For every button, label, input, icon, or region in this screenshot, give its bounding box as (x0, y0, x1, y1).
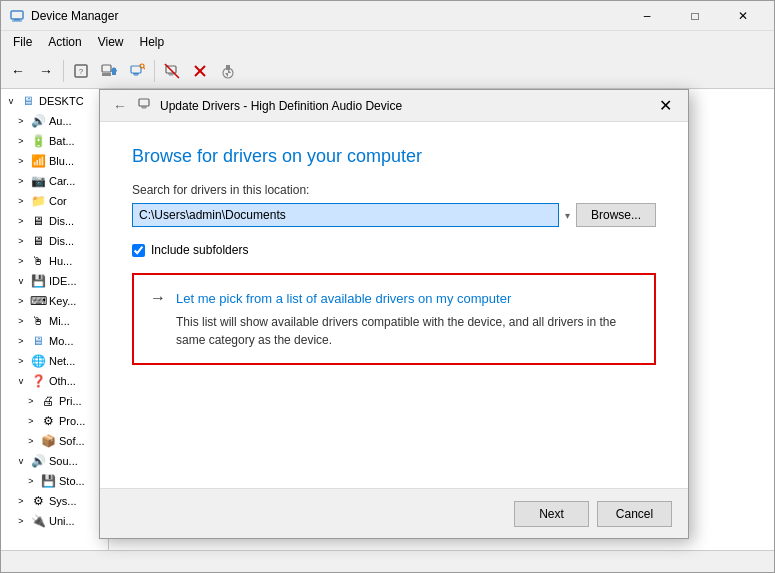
menu-file[interactable]: File (5, 33, 40, 51)
title-bar: Device Manager – □ ✕ (1, 1, 774, 31)
svg-rect-23 (139, 99, 149, 106)
search-label: Search for drivers in this location: (132, 183, 656, 197)
display2-icon: 🖥 (30, 233, 46, 249)
svg-text:?: ? (79, 67, 84, 76)
display1-expand: > (15, 215, 27, 227)
dialog-title-bar: ← Update Drivers - High Definition Audio… (100, 90, 688, 122)
tree-item-audio[interactable]: > 🔊 Au... (1, 111, 108, 131)
tree-item-bluetooth[interactable]: > 📶 Blu... (1, 151, 108, 171)
ide-expand: v (15, 275, 27, 287)
tree-item-print[interactable]: > 🖨 Pri... (1, 391, 108, 411)
sys-label: Sys... (49, 495, 77, 507)
camera-icon: 📷 (30, 173, 46, 189)
battery-icon: 🔋 (30, 133, 46, 149)
tree-item-sound[interactable]: v 🔊 Sou... (1, 451, 108, 471)
uni-icon: 🔌 (30, 513, 46, 529)
menu-view[interactable]: View (90, 33, 132, 51)
tree-item-display2[interactable]: > 🖥 Dis... (1, 231, 108, 251)
update-drivers-dialog: ← Update Drivers - High Definition Audio… (99, 89, 689, 539)
keyboard-expand: > (15, 295, 27, 307)
bluetooth-label: Blu... (49, 155, 74, 167)
dialog-back-button[interactable]: ← (108, 94, 132, 118)
menu-action[interactable]: Action (40, 33, 89, 51)
svg-rect-5 (102, 65, 111, 72)
tree-item-display1[interactable]: > 🖥 Dis... (1, 211, 108, 231)
add-driver-button[interactable] (215, 58, 241, 84)
path-input[interactable] (132, 203, 559, 227)
battery-label: Bat... (49, 135, 75, 147)
scan-button[interactable] (124, 58, 150, 84)
tree-item-network[interactable]: > 🌐 Net... (1, 351, 108, 371)
network-expand: > (15, 355, 27, 367)
keyboard-label: Key... (49, 295, 76, 307)
minimize-button[interactable]: – (624, 1, 670, 31)
tree-item-sys[interactable]: > ⚙ Sys... (1, 491, 108, 511)
tree-item-mice[interactable]: > 🖱 Mi... (1, 311, 108, 331)
update-driver-button[interactable] (96, 58, 122, 84)
svg-rect-2 (12, 20, 22, 21)
app-icon (9, 8, 25, 24)
sys-icon: ⚙ (30, 493, 46, 509)
mice-expand: > (15, 315, 27, 327)
soft-label: Sof... (59, 435, 85, 447)
maximize-button[interactable]: □ (672, 1, 718, 31)
back-button[interactable]: ← (5, 58, 31, 84)
search-location-section: Search for drivers in this location: ▾ B… (132, 183, 656, 227)
disable-button[interactable] (159, 58, 185, 84)
tree-root[interactable]: v 🖥 DESKTC (1, 91, 108, 111)
network-label: Net... (49, 355, 75, 367)
status-bar (1, 550, 774, 572)
tree-item-other[interactable]: v ❓ Oth... (1, 371, 108, 391)
menu-help[interactable]: Help (132, 33, 173, 51)
print-label: Pri... (59, 395, 82, 407)
toolbar-separator-2 (154, 60, 155, 82)
subfolders-checkbox[interactable] (132, 244, 145, 257)
tree-item-cor[interactable]: > 📁 Cor (1, 191, 108, 211)
ide-icon: 💾 (30, 273, 46, 289)
display2-label: Dis... (49, 235, 74, 247)
svg-rect-10 (133, 73, 139, 75)
svg-rect-1 (14, 19, 20, 21)
pick-option-desc: This list will show available drivers co… (150, 313, 638, 349)
forward-button[interactable]: → (33, 58, 59, 84)
tree-item-uni[interactable]: > 🔌 Uni... (1, 511, 108, 531)
tree-item-battery[interactable]: > 🔋 Bat... (1, 131, 108, 151)
tree-item-proc[interactable]: > ⚙ Pro... (1, 411, 108, 431)
tree-item-ide[interactable]: v 💾 IDE... (1, 271, 108, 291)
display1-label: Dis... (49, 215, 74, 227)
computer-icon: 🖥 (20, 93, 36, 109)
cancel-button[interactable]: Cancel (597, 501, 672, 527)
tree-item-storage[interactable]: > 💾 Sto... (1, 471, 108, 491)
cor-label: Cor (49, 195, 67, 207)
next-button[interactable]: Next (514, 501, 589, 527)
properties-button[interactable]: ? (68, 58, 94, 84)
browse-button[interactable]: Browse... (576, 203, 656, 227)
tree-item-camera[interactable]: > 📷 Car... (1, 171, 108, 191)
other-label: Oth... (49, 375, 76, 387)
sys-expand: > (15, 495, 27, 507)
svg-rect-16 (169, 74, 173, 75)
proc-label: Pro... (59, 415, 85, 427)
camera-label: Car... (49, 175, 75, 187)
pick-arrow-icon: → (150, 289, 166, 307)
dialog-title-text: Update Drivers - High Definition Audio D… (160, 99, 650, 113)
tree-item-keyboard[interactable]: > ⌨ Key... (1, 291, 108, 311)
tree-item-hid[interactable]: > 🖱 Hu... (1, 251, 108, 271)
display2-expand: > (15, 235, 27, 247)
cor-icon: 📁 (30, 193, 46, 209)
menu-bar: File Action View Help (1, 31, 774, 53)
audio-label: Au... (49, 115, 72, 127)
battery-expand: > (15, 135, 27, 147)
pick-from-list-option[interactable]: → Let me pick from a list of available d… (132, 273, 656, 365)
tree-item-soft[interactable]: > 📦 Sof... (1, 431, 108, 451)
dialog-close-button[interactable]: ✕ (650, 91, 680, 121)
hid-label: Hu... (49, 255, 72, 267)
svg-rect-15 (168, 73, 174, 75)
tree-item-monitor[interactable]: > 🖥 Mo... (1, 331, 108, 351)
subfolders-label[interactable]: Include subfolders (151, 243, 248, 257)
soft-icon: 📦 (40, 433, 56, 449)
uninstall-button[interactable] (187, 58, 213, 84)
subfolders-row: Include subfolders (132, 243, 656, 257)
storage-icon: 💾 (40, 473, 56, 489)
close-button[interactable]: ✕ (720, 1, 766, 31)
